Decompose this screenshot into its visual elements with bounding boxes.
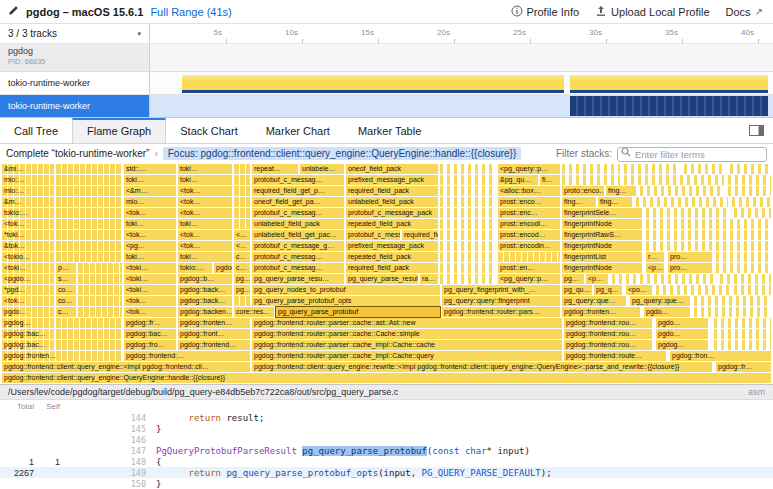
flame-frame[interactable]: <tok… (178, 208, 232, 218)
flame-frame[interactable]: pgdog… (656, 340, 708, 350)
flame-filler[interactable] (234, 164, 250, 174)
transform-complete[interactable]: Complete “tokio-runtime-worker” (6, 148, 149, 159)
flame-filler[interactable] (716, 252, 771, 262)
flame-filler[interactable] (78, 263, 122, 273)
docs-link[interactable]: Docs ↗ (726, 6, 763, 18)
flame-frame[interactable]: <&m… (124, 186, 176, 196)
flame-filler[interactable] (234, 296, 250, 306)
flame-frame[interactable]: toki… (124, 175, 176, 185)
flame-frame[interactable]: pgdog::back… (178, 296, 232, 306)
flame-frame[interactable]: required_field_pack (346, 263, 438, 273)
flame-frame[interactable]: pgdog::fr… (716, 362, 771, 372)
flame-frame[interactable]: s… (56, 274, 76, 284)
flame-frame[interactable]: repeated_field_pack (346, 219, 438, 229)
flame-frame[interactable]: oneof_field_pack (346, 164, 438, 174)
flame-frame[interactable]: pg_query_nodes_to_protobuf (252, 285, 440, 295)
process-track-label[interactable]: pgdog PID: 68635 (0, 44, 150, 71)
flame-frame[interactable]: <tok… (124, 208, 176, 218)
flame-frame[interactable]: prost::enco… (498, 197, 560, 207)
flame-frame[interactable]: pgdog::frontend::route… (564, 351, 666, 361)
flame-filler[interactable] (56, 230, 122, 240)
flame-filler[interactable] (234, 197, 250, 207)
flame-filler[interactable] (56, 208, 122, 218)
flame-filler[interactable] (562, 164, 620, 174)
flame-frame[interactable]: mio… (124, 197, 176, 207)
flame-frame[interactable]: co… (56, 296, 76, 306)
edit-profile-name-icon[interactable] (8, 5, 19, 18)
flame-frame[interactable]: required_field_get_p… (252, 186, 344, 196)
flame-filler[interactable] (78, 274, 122, 284)
flame-filler[interactable] (56, 197, 122, 207)
flame-frame[interactable]: unlabeled_field_pack (252, 219, 344, 229)
tracks-dropdown[interactable]: 3 / 3 tracks ▾ (0, 24, 150, 43)
flame-filler[interactable] (56, 186, 122, 196)
flame-frame[interactable]: pg_qu… (562, 285, 592, 295)
flame-filler[interactable] (734, 208, 771, 218)
flame-filler[interactable] (646, 230, 771, 240)
flame-frame[interactable]: pg_query_fingerprint_with_… (442, 285, 560, 295)
flame-frame[interactable]: protobuf_c_messag… (252, 208, 344, 218)
flame-frame[interactable]: pgdog::frontend::router::parser::cache_i… (252, 351, 562, 361)
flame-filler[interactable] (646, 219, 771, 229)
flame-frame[interactable]: prost::encod… (498, 230, 560, 240)
flame-frame[interactable]: <tok… (2, 219, 54, 229)
flame-frame[interactable]: pgdog::frontend… (178, 340, 250, 350)
flame-filler[interactable] (714, 340, 771, 350)
flame-frame[interactable]: pro… (668, 252, 712, 262)
flame-frame[interactable]: proto::enco… (562, 186, 604, 196)
flame-frame[interactable]: prost::en… (498, 263, 560, 273)
process-track-canvas[interactable] (150, 44, 773, 71)
flame-frame[interactable]: *pgd… (2, 285, 54, 295)
flame-filler[interactable] (730, 164, 771, 174)
flame-frame[interactable]: required_field_pa… (402, 230, 438, 240)
flame-frame[interactable]: toki… (124, 252, 176, 262)
flame-frame[interactable]: &pg_qu… (498, 175, 538, 185)
flame-frame[interactable]: pg_q… (594, 285, 622, 295)
flame-frame[interactable]: pgdog::fro… (124, 340, 176, 350)
flame-frame[interactable]: pg… (562, 274, 584, 284)
flame-frame[interactable]: c… (56, 307, 76, 317)
flame-frame[interactable]: pgdog::front… (178, 329, 250, 339)
flame-frame[interactable]: pg_query::query::fingerprint (442, 296, 560, 306)
flame-frame[interactable]: protobuf_c_messag… (252, 175, 344, 185)
flame-frame[interactable]: c… (234, 263, 250, 273)
flame-frame[interactable]: &tok… (2, 241, 54, 251)
thread-track-1-label[interactable]: tokio-runtime-worker (0, 72, 150, 94)
flame-frame[interactable]: <p… (646, 263, 664, 273)
flame-frame[interactable]: pgdog::b… (214, 263, 232, 273)
flame-filler[interactable] (440, 219, 496, 229)
flame-filler[interactable] (78, 296, 122, 306)
flame-frame[interactable]: prost::encodin… (498, 241, 560, 251)
flame-frame[interactable]: std::… (124, 164, 176, 174)
flame-filler[interactable] (56, 164, 122, 174)
flame-frame[interactable]: fingerprintNode (562, 219, 642, 229)
flame-frame[interactable]: prost::enc… (498, 208, 560, 218)
flame-frame[interactable]: fingerprintList (562, 252, 642, 262)
flame-filler[interactable] (78, 285, 122, 295)
flame-filler[interactable] (716, 263, 771, 273)
flame-filler[interactable] (56, 252, 122, 262)
flame-frame[interactable]: pgdog::fronten… (2, 351, 122, 361)
flame-frame[interactable]: pgdog::frontend::client::query_engine::r… (252, 362, 712, 372)
thread-track-1-canvas[interactable] (150, 72, 773, 94)
transform-focus[interactable]: Focus: pgdog::frontend::client::query_en… (163, 147, 522, 160)
flame-frame[interactable]: <tok… (2, 296, 54, 306)
flame-frame[interactable]: <toki… (2, 263, 54, 273)
flame-filler[interactable] (636, 197, 728, 207)
flame-frame[interactable]: fingerprintNode (562, 241, 642, 251)
flame-filler[interactable] (56, 175, 122, 185)
flame-filler[interactable] (728, 186, 771, 196)
flame-frame[interactable]: <tok… (178, 230, 232, 240)
flame-frame[interactable]: <tok… (178, 197, 232, 207)
flame-frame[interactable]: pgdo… (656, 329, 708, 339)
flame-frame[interactable]: toki… (178, 252, 232, 262)
flame-filler[interactable] (440, 175, 496, 185)
flame-frame[interactable]: oneof_field_get_pa… (252, 197, 344, 207)
flame-filler[interactable] (646, 208, 730, 218)
flame-frame[interactable]: fing… (598, 197, 632, 207)
flame-frame[interactable]: pg_query::que… (562, 296, 626, 306)
flame-frame[interactable]: pgdog::backen… (178, 307, 232, 317)
full-range-link[interactable]: Full Range (41s) (150, 6, 231, 18)
flame-frame[interactable]: &mi… (2, 164, 54, 174)
flame-filler[interactable] (440, 197, 496, 207)
